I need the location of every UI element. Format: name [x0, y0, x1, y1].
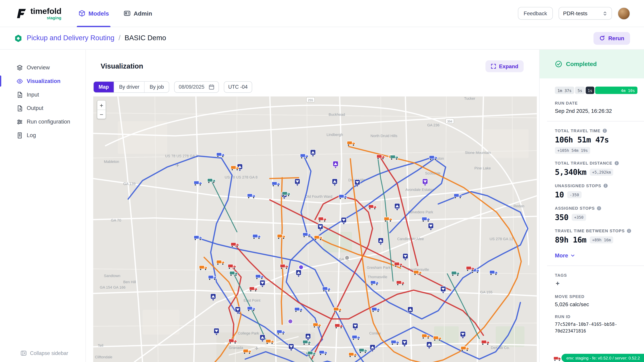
- vehicle-truck-icon[interactable]: [391, 340, 399, 345]
- divider: [547, 266, 644, 266]
- timezone-select[interactable]: UTC -04: [224, 81, 252, 93]
- info-icon[interactable]: [603, 184, 608, 188]
- rerun-button[interactable]: Rerun: [594, 32, 630, 44]
- vehicle-truck-icon[interactable]: [228, 264, 236, 269]
- stop-pin-marker[interactable]: [378, 238, 384, 245]
- vehicle-truck-icon[interactable]: [216, 153, 224, 157]
- stop-pin-marker[interactable]: [460, 332, 466, 339]
- vehicle-truck-icon[interactable]: [272, 182, 280, 187]
- vehicle-truck-icon[interactable]: [422, 334, 430, 339]
- stop-pin-marker[interactable]: [332, 179, 338, 186]
- stop-pin-marker[interactable]: [310, 150, 316, 157]
- vehicle-truck-icon[interactable]: [490, 271, 498, 275]
- stop-pin-marker[interactable]: [403, 253, 408, 261]
- info-icon[interactable]: [627, 229, 631, 233]
- vehicle-truck-icon[interactable]: [231, 243, 239, 247]
- sidebar-item-log[interactable]: Log: [0, 129, 85, 142]
- user-avatar[interactable]: [618, 7, 630, 19]
- vehicle-truck-icon[interactable]: [372, 307, 380, 312]
- stop-pin-marker[interactable]: [260, 280, 265, 287]
- vehicle-truck-icon[interactable]: [247, 307, 255, 311]
- stop-pin-marker[interactable]: [394, 203, 400, 211]
- vehicle-truck-icon[interactable]: [199, 266, 207, 270]
- vehicle-truck-icon[interactable]: [319, 351, 327, 355]
- stop-pin-marker[interactable]: [210, 294, 216, 301]
- info-icon[interactable]: [602, 129, 607, 133]
- stop-pin-marker[interactable]: [352, 323, 358, 331]
- vehicle-truck-icon[interactable]: [231, 166, 239, 170]
- vehicle-truck-icon[interactable]: [256, 275, 264, 279]
- info-icon[interactable]: [614, 161, 619, 165]
- vehicle-truck-icon[interactable]: [422, 217, 430, 222]
- project-select[interactable]: PDR-tests: [559, 7, 612, 20]
- expand-button[interactable]: Expand: [486, 60, 524, 72]
- run-summary-panel: Completed 1m 37s 5s 1s 4m 10s RUN DATE S…: [539, 50, 644, 362]
- vehicle-truck-icon[interactable]: [252, 234, 260, 239]
- tab-map[interactable]: Map: [94, 82, 114, 92]
- vehicle-truck-icon[interactable]: [303, 233, 311, 238]
- nav-admin[interactable]: Admin: [124, 0, 152, 27]
- map-canvas[interactable]: TuckerBuckheadGA 236LindberghNorth Druid…: [93, 96, 537, 362]
- vehicle-truck-icon[interactable]: [414, 271, 422, 275]
- more-metrics-link[interactable]: More: [555, 252, 638, 259]
- stop-pin-marker[interactable]: [426, 342, 432, 349]
- tab-by-driver[interactable]: By driver: [114, 82, 144, 92]
- vehicle-truck-icon[interactable]: [461, 347, 469, 351]
- vehicle-truck-icon[interactable]: [280, 264, 288, 269]
- stop-dot-marker[interactable]: [345, 255, 349, 260]
- vehicle-truck-icon[interactable]: [318, 217, 326, 222]
- date-input[interactable]: 08/09/2025: [174, 81, 219, 93]
- vehicle-route-line[interactable]: [235, 245, 484, 335]
- stop-pin-marker[interactable]: [296, 270, 301, 277]
- brand-logo[interactable]: timefold staging: [14, 7, 62, 20]
- vehicle-route-line[interactable]: [270, 178, 298, 178]
- vehicle-truck-icon[interactable]: [396, 281, 404, 285]
- vehicle-truck-icon[interactable]: [230, 271, 238, 276]
- vehicle-truck-icon[interactable]: [451, 271, 459, 276]
- collapse-sidebar-button[interactable]: Collapse sidebar: [20, 350, 68, 356]
- vehicle-truck-icon[interactable]: [466, 266, 474, 271]
- feedback-button[interactable]: Feedback: [518, 7, 553, 20]
- stop-pin-marker[interactable]: [333, 161, 338, 168]
- zoom-in-button[interactable]: +: [97, 100, 106, 110]
- sidebar-item-run-configuration[interactable]: Run configuration: [0, 115, 85, 129]
- vehicle-truck-icon[interactable]: [335, 324, 343, 329]
- vehicle-route-line[interactable]: [229, 267, 241, 342]
- stop-dot-marker[interactable]: [299, 265, 304, 270]
- vehicle-truck-icon[interactable]: [216, 260, 224, 265]
- stop-pin-marker[interactable]: [295, 179, 300, 186]
- sidebar-item-output[interactable]: Output: [0, 101, 85, 115]
- vehicle-truck-icon[interactable]: [294, 307, 302, 312]
- zoom-out-button[interactable]: −: [97, 110, 106, 119]
- vehicle-truck-icon[interactable]: [368, 205, 376, 210]
- vehicle-truck-icon[interactable]: [313, 323, 321, 328]
- vehicle-truck-icon[interactable]: [359, 349, 367, 353]
- vehicle-truck-icon[interactable]: [250, 287, 258, 292]
- vehicle-truck-icon[interactable]: [322, 287, 330, 292]
- vehicle-truck-icon[interactable]: [370, 281, 378, 285]
- vehicle-truck-icon[interactable]: [208, 275, 216, 280]
- vehicle-truck-icon[interactable]: [208, 178, 216, 183]
- stop-dot-marker[interactable]: [288, 319, 293, 324]
- vehicle-truck-icon[interactable]: [454, 194, 462, 198]
- info-icon[interactable]: [597, 206, 602, 211]
- sidebar-item-visualization[interactable]: Visualization: [0, 74, 85, 88]
- nav-models[interactable]: Models: [79, 0, 109, 27]
- vehicle-truck-icon[interactable]: [352, 335, 360, 340]
- stop-pin-marker[interactable]: [318, 224, 323, 231]
- vehicle-truck-icon[interactable]: [347, 141, 355, 146]
- vehicle-truck-icon[interactable]: [194, 236, 202, 240]
- vehicle-truck-icon[interactable]: [390, 155, 398, 160]
- route-map[interactable]: TuckerBuckheadGA 236LindberghNorth Druid…: [93, 96, 537, 362]
- tab-by-job[interactable]: By job: [144, 82, 169, 92]
- breadcrumb-model-link[interactable]: Pickup and Delivery Routing: [27, 34, 114, 42]
- vehicle-truck-icon[interactable]: [314, 236, 322, 240]
- vehicle-truck-icon[interactable]: [349, 353, 357, 357]
- add-tag-button[interactable]: +: [556, 280, 637, 287]
- sidebar-item-input[interactable]: Input: [0, 88, 85, 101]
- sidebar-item-overview[interactable]: Overview: [0, 61, 85, 74]
- stop-pin-marker[interactable]: [428, 223, 434, 230]
- vehicle-truck-icon[interactable]: [339, 195, 347, 199]
- vehicle-truck-icon[interactable]: [394, 262, 402, 267]
- stop-pin-marker[interactable]: [422, 179, 428, 186]
